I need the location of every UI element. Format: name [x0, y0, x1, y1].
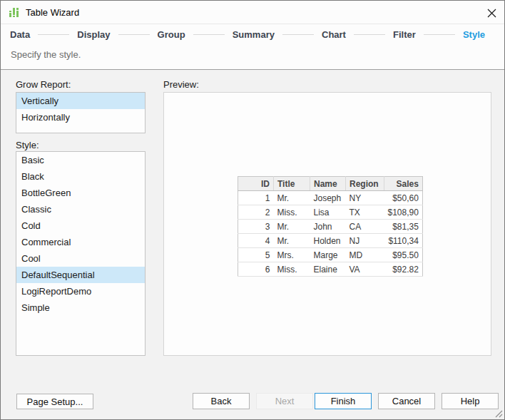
preview-cell-name: Elaine — [310, 262, 346, 277]
preview-cell-name: John — [310, 220, 346, 234]
preview-col-id: ID — [238, 177, 274, 191]
preview-cell-id: 3 — [238, 220, 274, 234]
titlebar[interactable]: Table Wizard — [1, 1, 504, 24]
preview-panel: IDTitleNameRegionSales 1Mr.JosephNY$50,6… — [163, 92, 491, 356]
step-connector-line — [38, 34, 69, 35]
preview-cell-region: VA — [346, 262, 384, 277]
preview-cell-region: NY — [346, 191, 384, 205]
style-option-commercial[interactable]: Commercial — [16, 234, 145, 250]
cancel-button[interactable]: Cancel — [378, 393, 435, 409]
preview-cell-sales: $108,90 — [384, 205, 423, 220]
style-option-logireportdemo[interactable]: LogiReportDemo — [16, 283, 145, 299]
wizard-step-display[interactable]: Display — [77, 29, 110, 40]
table-wizard-dialog: Table Wizard DataDisplayGroupSummaryChar… — [0, 0, 505, 420]
preview-cell-sales: $81,35 — [384, 220, 423, 234]
preview-cell-sales: $110,34 — [384, 234, 423, 248]
preview-cell-title: Mr. — [274, 191, 310, 205]
preview-label: Preview: — [163, 79, 199, 90]
wizard-step-summary[interactable]: Summary — [233, 29, 275, 40]
step-connector-line — [354, 34, 385, 35]
preview-table-header-row: IDTitleNameRegionSales — [238, 177, 423, 191]
wizard-step-group[interactable]: Group — [158, 29, 185, 40]
help-button[interactable]: Help — [442, 393, 499, 409]
preview-cell-id: 1 — [238, 191, 274, 205]
step-connector-line — [193, 34, 225, 35]
wizard-header: Table Wizard DataDisplayGroupSummaryChar… — [1, 1, 504, 70]
preview-cell-sales: $95.50 — [384, 248, 423, 262]
grow-report-label: Grow Report: — [16, 79, 71, 90]
preview-cell-title: Mrs. — [274, 248, 310, 262]
preview-cell-region: NJ — [346, 234, 384, 248]
preview-table-row: 3Mr.JohnCA$81,35 — [238, 220, 423, 234]
preview-col-title: Title — [274, 177, 310, 191]
preview-cell-id: 6 — [238, 262, 274, 277]
preview-cell-region: MD — [346, 248, 384, 262]
wizard-steps: DataDisplayGroupSummaryChartFilterStyle — [1, 26, 504, 42]
grow-report-option-horizontally[interactable]: Horizontally — [16, 109, 145, 126]
step-connector-line — [424, 34, 455, 35]
preview-col-region: Region — [346, 177, 384, 191]
window-title: Table Wizard — [26, 7, 79, 18]
back-button[interactable]: Back — [193, 393, 250, 409]
preview-cell-sales: $50,60 — [384, 191, 423, 205]
preview-cell-name: Lisa — [310, 205, 346, 220]
preview-table-row: 4Mr.HoldenNJ$110,34 — [238, 234, 423, 248]
style-option-cool[interactable]: Cool — [16, 250, 145, 267]
wizard-step-data[interactable]: Data — [10, 29, 30, 40]
finish-button[interactable]: Finish — [315, 393, 372, 409]
preview-table-row: 1Mr.JosephNY$50,60 — [238, 191, 423, 205]
style-option-black[interactable]: Black — [16, 168, 145, 185]
preview-cell-id: 4 — [238, 234, 274, 248]
preview-col-sales: Sales — [384, 177, 423, 191]
grow-report-listbox[interactable]: VerticallyHorizontally — [16, 92, 146, 133]
style-label: Style: — [16, 140, 39, 150]
preview-table: IDTitleNameRegionSales 1Mr.JosephNY$50,6… — [238, 176, 423, 277]
style-listbox[interactable]: BasicBlackBottleGreenClassicColdCommerci… — [16, 151, 146, 356]
wizard-step-chart[interactable]: Chart — [322, 29, 346, 40]
style-option-simple[interactable]: Simple — [16, 299, 145, 316]
preview-table-row: 5Mrs.MargeMD$95.50 — [238, 248, 423, 262]
preview-cell-title: Miss. — [274, 262, 310, 277]
close-icon[interactable] — [484, 6, 499, 20]
preview-cell-id: 2 — [238, 205, 274, 220]
step-connector-line — [118, 34, 150, 35]
style-option-bottlegreen[interactable]: BottleGreen — [16, 185, 145, 201]
wizard-step-filter[interactable]: Filter — [393, 29, 416, 40]
style-option-classic[interactable]: Classic — [16, 201, 145, 217]
wizard-step-style[interactable]: Style — [463, 29, 485, 40]
preview-col-name: Name — [310, 177, 346, 191]
step-connector-line — [282, 34, 314, 35]
style-option-basic[interactable]: Basic — [16, 152, 145, 168]
style-option-defaultsequential[interactable]: DefaultSequential — [16, 267, 145, 283]
preview-cell-title: Mr. — [274, 220, 310, 234]
app-logo-icon — [8, 6, 20, 19]
preview-cell-region: CA — [346, 220, 384, 234]
step-description: Specify the style. — [11, 49, 81, 60]
page-setup-button[interactable]: Page Setup... — [16, 394, 93, 409]
preview-table-row: 6Miss.ElaineVA$92.82 — [238, 262, 423, 277]
preview-cell-name: Marge — [310, 248, 346, 262]
preview-cell-name: Joseph — [310, 191, 346, 205]
preview-cell-title: Mr. — [274, 234, 310, 248]
preview-cell-title: Miss. — [274, 205, 310, 220]
preview-cell-region: TX — [346, 205, 384, 220]
preview-cell-id: 5 — [238, 248, 274, 262]
next-button: Next — [256, 393, 313, 409]
preview-cell-sales: $92.82 — [384, 262, 423, 277]
style-option-cold[interactable]: Cold — [16, 217, 145, 234]
preview-table-row: 2Miss.LisaTX$108,90 — [238, 205, 423, 220]
resize-grip[interactable] — [494, 409, 503, 418]
grow-report-option-vertically[interactable]: Vertically — [16, 93, 145, 109]
preview-cell-name: Holden — [310, 234, 346, 248]
